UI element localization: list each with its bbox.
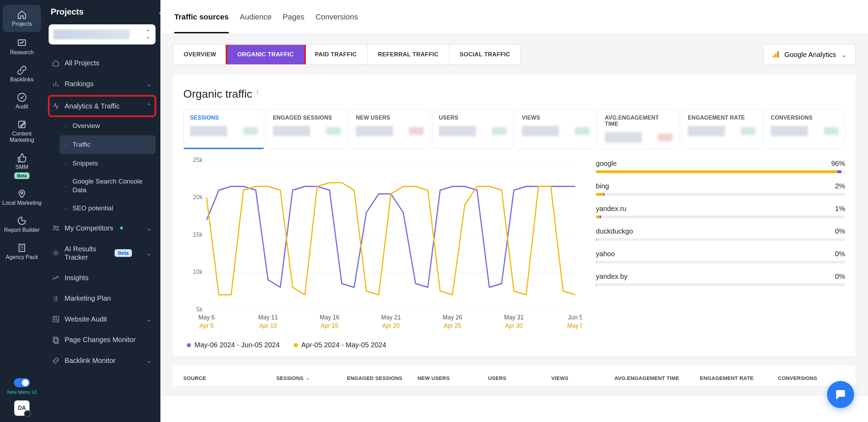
svg-text:Apr 10: Apr 10 — [259, 322, 277, 329]
metric-engrate[interactable]: ENGAGEMENT RATE — [681, 109, 762, 149]
user-avatar[interactable]: DA — [14, 400, 30, 416]
sidebar-rankings[interactable]: Rankings ⌄ — [49, 73, 156, 94]
sidebar-label: My Competitors — [65, 224, 113, 232]
svg-text:5k: 5k — [196, 306, 202, 313]
sidebar-ai-results[interactable]: AI Results Tracker Beta ⌄ — [49, 238, 156, 268]
col-conversions[interactable]: CONVERSIONS — [778, 375, 845, 381]
sidebar-competitors[interactable]: My Competitors ⌄ — [49, 218, 156, 238]
metric-conversions[interactable]: CONVERSIONS — [764, 109, 845, 149]
chat-fab[interactable] — [827, 381, 854, 408]
svg-text:May 6: May 6 — [199, 314, 215, 321]
tab-pages[interactable]: Pages — [283, 13, 304, 32]
legend-previous: Apr-05 2024 - May-05 2024 — [294, 341, 386, 349]
chevron-down-icon: ⌄ — [146, 356, 152, 365]
rail-research[interactable]: Research — [0, 33, 44, 60]
chevron-down-icon: ⌄ — [841, 50, 847, 59]
tab-traffic-sources[interactable]: Traffic sources — [174, 13, 229, 33]
svg-text:Apr 5: Apr 5 — [199, 322, 214, 329]
sidebar-label: Insights — [65, 274, 89, 282]
pill-paid[interactable]: PAID TRAFFIC — [304, 45, 367, 64]
metric-label: ENGAGEMENT RATE — [688, 115, 756, 121]
source-google[interactable]: google96% — [596, 160, 845, 173]
panel-title: Organic traffic i — [183, 88, 845, 100]
col-new-users[interactable]: NEW USERS — [417, 375, 484, 381]
project-selector[interactable]: ⌃⌄ — [49, 24, 156, 44]
svg-text:Apr 25: Apr 25 — [444, 322, 461, 329]
toggle-switch-icon[interactable] — [14, 378, 30, 387]
source-name: yahoo — [596, 250, 615, 258]
metric-value-redacted — [771, 126, 838, 136]
col-source[interactable]: SOURCE — [183, 375, 273, 381]
source-duckduckgo[interactable]: duckduckgo0% — [596, 227, 845, 241]
rail-backlinks[interactable]: Backlinks — [0, 60, 44, 88]
sidebar-sub-snippets[interactable]: Snippets — [60, 154, 156, 173]
metric-newusers[interactable]: NEW USERS — [349, 109, 430, 149]
rail-local[interactable]: Local Marketing — [0, 184, 44, 211]
sidebar-label: Website Audit — [65, 315, 107, 323]
rail-agency[interactable]: Agency Pack — [0, 238, 44, 265]
col-engagement-rate[interactable]: ENGAGEMENT RATE — [700, 375, 775, 381]
source-name: duckduckgo — [596, 227, 633, 235]
source-pct: 2% — [835, 182, 845, 190]
sparkline-icon — [52, 274, 60, 282]
source-bing[interactable]: bing2% — [596, 182, 845, 196]
pill-social[interactable]: SOCIAL TRAFFIC — [449, 45, 521, 64]
check-circle-icon — [17, 92, 27, 102]
sidebar-label: Page Changes Monitor — [65, 336, 136, 344]
pill-referral[interactable]: REFERRAL TRAFFIC — [367, 45, 449, 64]
beta-badge: Beta — [115, 249, 132, 257]
rail-projects[interactable]: Projects — [3, 5, 41, 32]
col-engaged-sessions[interactable]: ENGAGED SESSIONS — [347, 375, 414, 381]
pill-overview[interactable]: OVERVIEW — [173, 45, 227, 64]
chevron-down-icon: ⌄ — [146, 249, 152, 257]
bars-icon — [52, 80, 60, 88]
sidebar-all-projects[interactable]: All Projects — [49, 53, 156, 73]
sidebar-marketing-plan[interactable]: Marketing Plan — [49, 288, 156, 309]
source-name: google — [596, 160, 617, 168]
tab-conversions[interactable]: Conversions — [316, 13, 358, 32]
source-pct: 0% — [835, 250, 845, 258]
google-analytics-icon — [772, 51, 779, 58]
svg-point-9 — [54, 318, 57, 320]
sessions-chart[interactable]: 5k10k15k20k25kMay 6Apr 5May 11Apr 10May … — [183, 157, 582, 334]
source-yahoo[interactable]: yahoo0% — [596, 250, 845, 263]
metric-value-redacted — [439, 126, 507, 136]
rail-smm[interactable]: SMM Beta — [0, 148, 44, 184]
metric-avgengtime[interactable]: AVG.ENGAGEMENT TIME — [598, 109, 679, 149]
sidebar-insights[interactable]: Insights — [49, 268, 156, 288]
metric-value-redacted — [688, 126, 756, 136]
sidebar-sub-seopotential[interactable]: SEO potential — [60, 199, 156, 218]
thumbs-up-icon — [17, 153, 27, 163]
col-users[interactable]: USERS — [488, 375, 548, 381]
col-views[interactable]: VIEWS — [551, 375, 611, 381]
sidebar-website-audit[interactable]: Website Audit ⌄ — [49, 309, 156, 330]
legend-current: May-06 2024 - Jun-05 2024 — [187, 341, 280, 349]
source-pct: 0% — [835, 227, 845, 235]
metric-views[interactable]: VIEWS — [515, 109, 596, 149]
metric-users[interactable]: USERS — [432, 109, 513, 149]
sidebar-sub-traffic[interactable]: Traffic — [60, 135, 156, 154]
sidebar-page-changes[interactable]: Page Changes Monitor — [49, 330, 156, 350]
organic-panel: Organic traffic i SESSIONSENGAGED SESSIO… — [173, 75, 856, 356]
col-sessions[interactable]: SESSIONS ⌄ — [276, 375, 343, 381]
col-avg-engagement-time[interactable]: AVG.ENGAGEMENT TIME — [615, 375, 696, 381]
rail-report[interactable]: Report Builder — [0, 211, 44, 238]
source-yandex-by[interactable]: yandex.by0% — [596, 273, 845, 286]
google-analytics-selector[interactable]: Google Analytics ⌄ — [763, 44, 856, 65]
pill-organic[interactable]: ORGANIC TRAFFIC — [227, 45, 304, 64]
metric-engsess[interactable]: ENGAGED SESSIONS — [266, 109, 347, 149]
source-yandex-ru[interactable]: yandex.ru1% — [596, 205, 845, 218]
ga-label: Google Analytics — [784, 51, 836, 59]
rail-label: Local Marketing — [2, 200, 42, 206]
sidebar-backlink-monitor[interactable]: Backlink Monitor ⌄ — [49, 350, 156, 371]
sidebar-analytics-traffic[interactable]: Analytics & Traffic ⌃ — [49, 96, 156, 116]
tab-audience[interactable]: Audience — [240, 13, 272, 32]
sidebar-sub-overview[interactable]: Overview — [60, 116, 156, 135]
metric-sessions[interactable]: SESSIONS — [183, 109, 264, 149]
sidebar-sub-gsc[interactable]: Google Search Console Data — [60, 173, 156, 199]
rail-audit[interactable]: Audit — [0, 88, 44, 115]
rail-content[interactable]: Content Marketing — [0, 115, 44, 148]
checklist-icon — [52, 295, 60, 302]
new-menu-toggle[interactable]: New Menu UI — [7, 373, 37, 400]
chevron-down-icon: ⌄ — [306, 375, 310, 381]
